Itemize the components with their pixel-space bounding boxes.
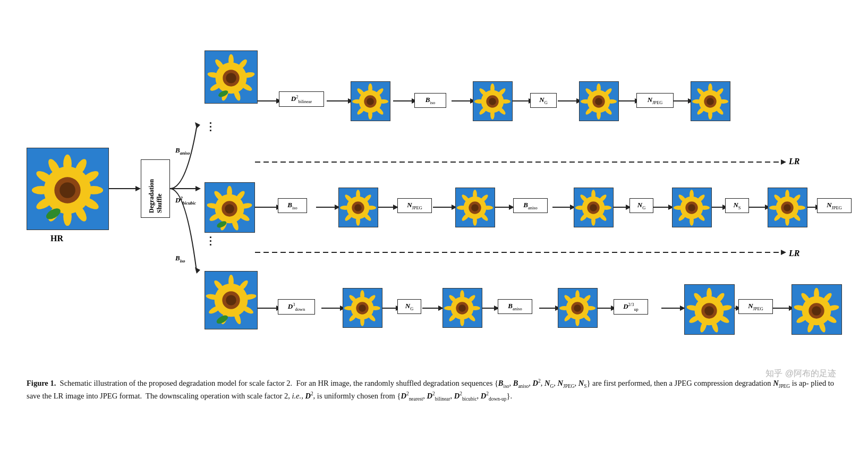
svg-point-190 bbox=[590, 204, 597, 211]
sunflower-row3-3 bbox=[442, 288, 482, 328]
svg-point-90 bbox=[226, 73, 236, 83]
svg-point-255 bbox=[470, 306, 480, 310]
d3down-label: D3down bbox=[278, 299, 315, 315]
lr-label-1: LR bbox=[789, 157, 799, 166]
sunflower-row3-2 bbox=[343, 288, 382, 328]
sunflower-row2-1 bbox=[205, 182, 255, 233]
svg-point-241 bbox=[360, 290, 364, 300]
sunflower-row2-4 bbox=[574, 188, 614, 227]
svg-text:⋮: ⋮ bbox=[205, 121, 216, 132]
sunflower-row3-1 bbox=[205, 271, 258, 329]
sunflower-row1-1 bbox=[205, 50, 258, 104]
svg-point-183 bbox=[473, 216, 477, 226]
svg-marker-3 bbox=[195, 186, 201, 191]
svg-point-289 bbox=[812, 306, 821, 316]
svg-point-117 bbox=[490, 83, 495, 94]
svg-point-245 bbox=[360, 316, 364, 326]
svg-point-217 bbox=[795, 206, 805, 210]
svg-point-178 bbox=[471, 204, 479, 211]
svg-point-276 bbox=[704, 306, 714, 316]
svg-marker-1 bbox=[135, 186, 141, 191]
svg-point-269 bbox=[575, 316, 580, 326]
svg-point-271 bbox=[559, 306, 569, 310]
svg-point-193 bbox=[601, 206, 611, 210]
svg-point-173 bbox=[340, 206, 350, 210]
baniso-label-top: Baniso bbox=[175, 146, 190, 156]
svg-point-202 bbox=[688, 204, 695, 211]
svg-point-123 bbox=[474, 99, 484, 104]
sunflower-row3-5 bbox=[684, 284, 735, 335]
svg-point-77 bbox=[84, 186, 104, 194]
svg-point-135 bbox=[581, 99, 591, 104]
sunflower-row2-3 bbox=[455, 188, 495, 227]
sunflower-row3-4 bbox=[558, 288, 598, 328]
svg-point-203 bbox=[690, 190, 694, 200]
svg-point-209 bbox=[674, 206, 684, 210]
svg-point-257 bbox=[460, 316, 464, 326]
svg-point-111 bbox=[352, 99, 362, 104]
biso-label-bottom: Biso bbox=[175, 254, 185, 264]
svg-point-197 bbox=[575, 206, 585, 210]
svg-point-73 bbox=[59, 182, 75, 198]
dup-label-row3: D2/3up bbox=[614, 299, 648, 315]
svg-point-129 bbox=[597, 83, 601, 94]
svg-point-121 bbox=[490, 109, 495, 120]
biso-label-row1: Biso bbox=[414, 93, 446, 108]
svg-point-167 bbox=[356, 190, 360, 200]
watermark: 知乎 @阿布的足迹 bbox=[765, 368, 836, 379]
svg-point-181 bbox=[483, 206, 493, 210]
svg-point-179 bbox=[473, 190, 477, 200]
diagram-area: ⋮ ⋮ ⋮ bbox=[21, 11, 847, 372]
degradation-shuffle-box: Degradation Shuffle bbox=[141, 159, 170, 218]
svg-point-290 bbox=[814, 288, 819, 300]
ns-label-row2: NS bbox=[725, 198, 749, 213]
svg-point-109 bbox=[368, 109, 372, 120]
svg-point-214 bbox=[784, 204, 791, 211]
svg-marker-22 bbox=[781, 159, 786, 165]
svg-point-83 bbox=[32, 186, 51, 194]
svg-point-265 bbox=[575, 290, 580, 300]
svg-point-133 bbox=[597, 109, 601, 120]
svg-point-169 bbox=[366, 206, 376, 210]
sunflower-row2-5 bbox=[672, 188, 712, 227]
njpeg-label-row1: NJPEG bbox=[636, 93, 674, 108]
svg-point-152 bbox=[225, 204, 234, 214]
svg-point-207 bbox=[690, 216, 694, 226]
njpeg-label-row3: NJPEG bbox=[738, 299, 773, 314]
svg-point-253 bbox=[460, 290, 464, 300]
svg-point-219 bbox=[785, 216, 789, 226]
svg-point-74 bbox=[63, 155, 72, 174]
svg-point-227 bbox=[228, 275, 234, 288]
svg-point-128 bbox=[595, 98, 602, 105]
svg-point-205 bbox=[700, 206, 710, 210]
svg-marker-46 bbox=[781, 250, 786, 255]
njpeg-label-row2: NJPEG bbox=[397, 198, 432, 213]
page-container: ⋮ ⋮ ⋮ bbox=[0, 0, 868, 475]
svg-point-259 bbox=[444, 306, 454, 310]
svg-marker-2 bbox=[195, 122, 200, 129]
hr-image bbox=[27, 148, 109, 230]
svg-point-140 bbox=[707, 98, 714, 105]
ng-label-row1: NG bbox=[530, 93, 557, 108]
svg-point-267 bbox=[585, 306, 595, 310]
baniso-label-row2: Baniso bbox=[513, 198, 548, 213]
svg-text:⋮: ⋮ bbox=[205, 235, 216, 247]
svg-point-141 bbox=[708, 83, 712, 94]
svg-point-195 bbox=[591, 216, 595, 226]
svg-point-247 bbox=[344, 306, 354, 310]
caption-area: Figure 1. Schematic illustration of the … bbox=[21, 377, 847, 403]
dbicubic-label: D2bicubic bbox=[175, 196, 196, 206]
svg-point-191 bbox=[591, 190, 595, 200]
svg-marker-4 bbox=[195, 267, 200, 274]
svg-point-264 bbox=[574, 304, 581, 312]
svg-point-226 bbox=[226, 295, 236, 306]
svg-point-215 bbox=[785, 190, 789, 200]
d2bilinear-label: D2bilinear bbox=[279, 91, 324, 107]
svg-point-252 bbox=[458, 304, 466, 312]
svg-point-91 bbox=[228, 54, 234, 67]
svg-point-185 bbox=[457, 206, 467, 210]
svg-point-104 bbox=[367, 98, 374, 105]
svg-point-131 bbox=[607, 99, 617, 104]
sunflower-row1-2 bbox=[351, 81, 390, 121]
lr-label-2: LR bbox=[789, 249, 799, 258]
